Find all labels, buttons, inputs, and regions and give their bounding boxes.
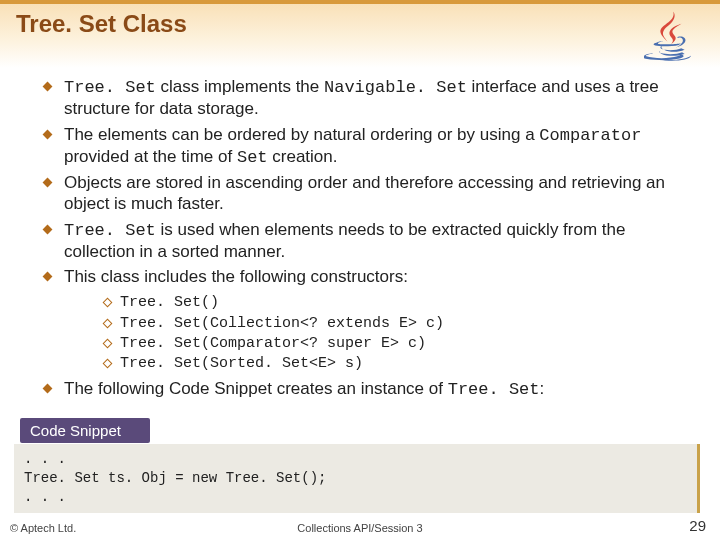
slide-header: Tree. Set Class bbox=[0, 0, 720, 68]
bullet-list: Tree. Set class implements the Navigable… bbox=[40, 76, 700, 401]
slide-title: Tree. Set Class bbox=[16, 10, 187, 38]
text: Objects are stored in ascending order an… bbox=[64, 173, 665, 213]
java-logo-icon bbox=[644, 10, 696, 62]
code-text: Comparator bbox=[539, 126, 641, 145]
code-text: Tree. Set bbox=[64, 78, 156, 97]
text: The following Code Snippet creates an in… bbox=[64, 379, 448, 398]
constructor-item: Tree. Set() bbox=[102, 293, 700, 313]
code-text: Tree. Set bbox=[64, 221, 156, 240]
content-area: Tree. Set class implements the Navigable… bbox=[40, 76, 700, 405]
bullet-item: Objects are stored in ascending order an… bbox=[40, 172, 700, 215]
constructor-item: Tree. Set(Comparator<? super E> c) bbox=[102, 334, 700, 354]
page-number: 29 bbox=[689, 517, 706, 534]
code-snippet-label: Code Snippet bbox=[20, 418, 150, 443]
slide: Tree. Set Class Tree. Set class implemen… bbox=[0, 0, 720, 540]
bullet-item: The following Code Snippet creates an in… bbox=[40, 378, 700, 400]
bullet-item: This class includes the following constr… bbox=[40, 266, 700, 374]
constructor-list: Tree. Set() Tree. Set(Collection<? exten… bbox=[102, 293, 700, 374]
constructor-item: Tree. Set(Sorted. Set<E> s) bbox=[102, 354, 700, 374]
code-text: Set bbox=[237, 148, 268, 167]
bullet-item: Tree. Set class implements the Navigable… bbox=[40, 76, 700, 120]
text: This class includes the following constr… bbox=[64, 267, 408, 286]
bullet-item: Tree. Set is used when elements needs to… bbox=[40, 219, 700, 263]
footer-title: Collections API/Session 3 bbox=[297, 522, 422, 534]
code-text: Tree. Set bbox=[448, 380, 540, 399]
text: The elements can be ordered by natural o… bbox=[64, 125, 539, 144]
code-snippet-body: . . . Tree. Set ts. Obj = new Tree. Set(… bbox=[14, 444, 700, 513]
text: : bbox=[540, 379, 545, 398]
code-text: Navigable. Set bbox=[324, 78, 467, 97]
copyright-text: © Aptech Ltd. bbox=[10, 522, 76, 534]
constructor-item: Tree. Set(Collection<? extends E> c) bbox=[102, 314, 700, 334]
text: provided at the time of bbox=[64, 147, 237, 166]
text: creation. bbox=[268, 147, 338, 166]
bullet-item: The elements can be ordered by natural o… bbox=[40, 124, 700, 169]
text: class implements the bbox=[156, 77, 324, 96]
